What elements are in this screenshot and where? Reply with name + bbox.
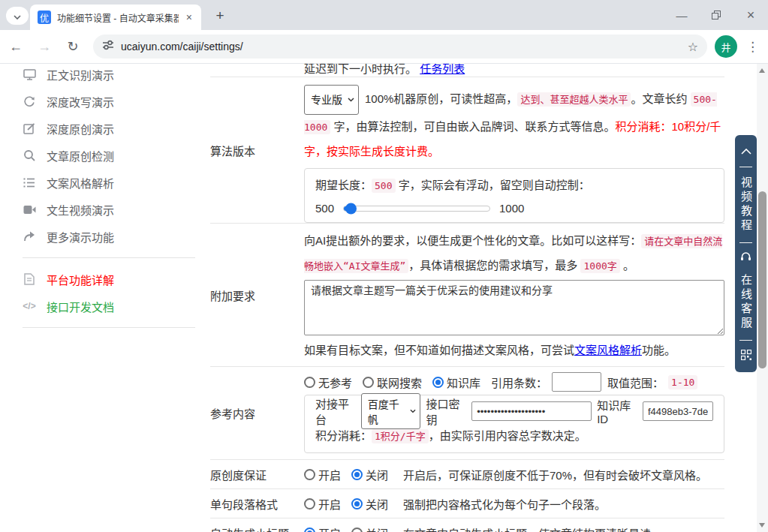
- quote-count-input[interactable]: [552, 372, 601, 392]
- style-analysis-link[interactable]: 文案风格解析: [574, 344, 642, 356]
- ref-cost-text: 积分消耗：: [315, 429, 372, 442]
- radio-label[interactable]: 开启: [318, 525, 341, 532]
- algo-desc-text: 字，由算法控制，可自由嵌入品牌词、联系方式等信息。: [330, 120, 615, 133]
- sidebar-item-label: 正文识别演示: [47, 67, 114, 83]
- qr-code-icon[interactable]: [741, 350, 751, 363]
- tab-title: 功能细节设置 - 自动文章采集器: [57, 11, 179, 24]
- radio-on[interactable]: [304, 498, 315, 509]
- radio-label[interactable]: 关闭: [366, 525, 388, 532]
- tab-search-button[interactable]: [6, 7, 29, 25]
- quote-count-label: 引用条数：: [491, 374, 547, 390]
- row-reference-content: 参考内容 无参考 联网搜索 知识库 引用条数： 取值范围： 1-10 对接平台: [210, 367, 724, 460]
- chevron-down-icon: [14, 9, 21, 23]
- radio-on[interactable]: [304, 469, 315, 480]
- browser-menu-icon[interactable]: ⋮: [746, 39, 759, 55]
- tab-close-icon[interactable]: ×: [185, 11, 194, 23]
- code-icon: </>: [23, 301, 36, 311]
- sidebar-item-text-to-video[interactable]: 文生视频演示: [23, 196, 195, 223]
- radio-label[interactable]: 联网搜索: [377, 374, 422, 390]
- reload-button[interactable]: ↻: [60, 34, 86, 59]
- address-bar[interactable]: ucaiyun.com/caiji/settings/ ☆: [93, 35, 707, 59]
- new-tab-button[interactable]: +: [210, 6, 230, 26]
- chevron-up-icon[interactable]: [741, 144, 751, 158]
- radio-label[interactable]: 关闭: [366, 467, 388, 482]
- profile-avatar[interactable]: 井: [715, 35, 737, 58]
- radio-on[interactable]: [304, 527, 315, 532]
- radio-label[interactable]: 开启: [318, 496, 341, 512]
- close-button[interactable]: ×: [733, 0, 768, 30]
- expected-length-box: 期望长度：500 字，实际会有浮动，留空则自动控制： 500 1000: [304, 168, 724, 223]
- floating-help-panel[interactable]: 视频教程 在线客服: [735, 135, 757, 372]
- row-label: 算法版本: [210, 77, 304, 223]
- site-settings-icon[interactable]: [102, 39, 114, 54]
- restore-button[interactable]: [699, 0, 733, 30]
- scroll-up-arrow-icon[interactable]: [759, 68, 765, 73]
- radio-off[interactable]: [351, 527, 363, 532]
- kb-id-input[interactable]: [643, 401, 713, 421]
- panel-divider: [739, 167, 752, 167]
- sidebar-item-platform-docs[interactable]: 平台功能详解: [23, 266, 195, 293]
- sidebar-item-label: 平台功能详解: [47, 272, 114, 287]
- sidebar-item-deep-rewrite[interactable]: 深度改写演示: [23, 88, 195, 115]
- video-camera-icon: [23, 205, 36, 215]
- sidebar-item-more-demos[interactable]: 更多演示功能: [23, 223, 195, 250]
- sidebar-item-style-analysis[interactable]: 文案风格解析: [23, 169, 195, 196]
- row-label: 自动生成小标题: [210, 525, 304, 532]
- extra-requirements-textarea[interactable]: 请根据文章主题写一篇关于优采云的使用建议和分享: [304, 280, 724, 335]
- algo-highlight: 达到、甚至超越人类水平: [517, 92, 631, 107]
- radio-web-search[interactable]: [363, 377, 374, 388]
- expected-length-text: 期望长度：: [315, 179, 372, 191]
- ordered-list-icon: [23, 177, 36, 188]
- row-label: 单句段落格式: [210, 496, 304, 512]
- toggle-description: 在文章中自动生成小标题，使文章结构更清晰易读。: [403, 525, 662, 532]
- extra-max-code: 1000字: [580, 259, 619, 273]
- radio-knowledge-base[interactable]: [432, 377, 444, 388]
- slider-handle[interactable]: [345, 203, 357, 214]
- bookmark-star-icon[interactable]: ☆: [688, 40, 698, 54]
- radio-label[interactable]: 关闭: [366, 496, 388, 512]
- knowledge-base-box: 对接平台 百度千帆 接口密钥 知识库ID 积分消耗：1积分/千字，由实际引用内容…: [304, 395, 724, 453]
- sidebar-item-deep-original[interactable]: 深度原创演示: [23, 115, 195, 142]
- radio-label[interactable]: 知识库: [447, 374, 480, 390]
- api-key-input[interactable]: [471, 401, 592, 421]
- minimize-button[interactable]: —: [664, 0, 699, 30]
- radio-label[interactable]: 无参考: [318, 374, 352, 390]
- extra-desc-text: ，具体请根据您的需求填写，最多: [408, 259, 580, 272]
- sidebar-item-api-docs[interactable]: </> 接口开发文档: [23, 293, 195, 320]
- task-list-link[interactable]: 任务列表: [420, 64, 465, 75]
- slider-max-label: 1000: [499, 202, 524, 215]
- sidebar-item-body-recognition[interactable]: 正文识别演示: [23, 64, 195, 88]
- sidebar-item-label: 文章原创检测: [47, 148, 114, 164]
- algorithm-version-select[interactable]: 专业版: [304, 85, 359, 115]
- chevron-down-icon: [410, 409, 416, 413]
- sidebar: 正文识别演示 深度改写演示 深度原创演示 文章原创检测 文案风格解析: [23, 64, 195, 335]
- row-extra-requirements: 附加要求 向AI提出额外的要求，以便生成更个性化的文章。比如可以这样写：请在文章…: [210, 224, 724, 367]
- length-slider[interactable]: [343, 206, 490, 212]
- page-scrollbar[interactable]: [757, 64, 768, 532]
- radio-no-reference[interactable]: [304, 377, 315, 388]
- sidebar-item-originality-check[interactable]: 文章原创检测: [23, 142, 195, 169]
- back-button[interactable]: ←: [3, 34, 29, 59]
- scroll-down-arrow-icon[interactable]: [759, 523, 765, 527]
- video-tutorial-button[interactable]: 视频教程: [740, 176, 751, 233]
- headset-icon[interactable]: [740, 251, 751, 265]
- browser-tab[interactable]: 优 功能细节设置 - 自动文章采集器 ×: [30, 5, 201, 30]
- online-service-button[interactable]: 在线客服: [740, 274, 751, 331]
- row-label: 附加要求: [210, 224, 304, 366]
- extra-desc-text: 向AI提出额外的要求，以便生成更个性化的文章。比如可以这样写：: [304, 234, 641, 247]
- sidebar-item-label: 更多演示功能: [47, 229, 114, 245]
- sidebar-item-label: 接口开发文档: [47, 299, 114, 314]
- scrollbar-thumb[interactable]: [758, 191, 766, 368]
- radio-label[interactable]: 开启: [318, 467, 341, 482]
- sidebar-item-label: 深度原创演示: [47, 121, 114, 137]
- radio-off[interactable]: [351, 469, 363, 480]
- slider-min-label: 500: [315, 202, 334, 215]
- radio-off[interactable]: [351, 498, 363, 509]
- tab-strip: 优 功能细节设置 - 自动文章采集器 × + — ×: [0, 0, 768, 30]
- panel-divider: [739, 340, 752, 341]
- select-value: 专业版: [311, 88, 342, 112]
- toggle-description: 开启后，可保证原创度不低于70%，但有时会破坏文章风格。: [403, 467, 707, 482]
- platform-select[interactable]: 百度千帆: [361, 393, 421, 429]
- url-text[interactable]: ucaiyun.com/caiji/settings/: [121, 41, 681, 53]
- settings-form: 延迟到下一小时执行。 任务列表 算法版本 专业版 100%机器原创，可读性超高，…: [210, 64, 724, 532]
